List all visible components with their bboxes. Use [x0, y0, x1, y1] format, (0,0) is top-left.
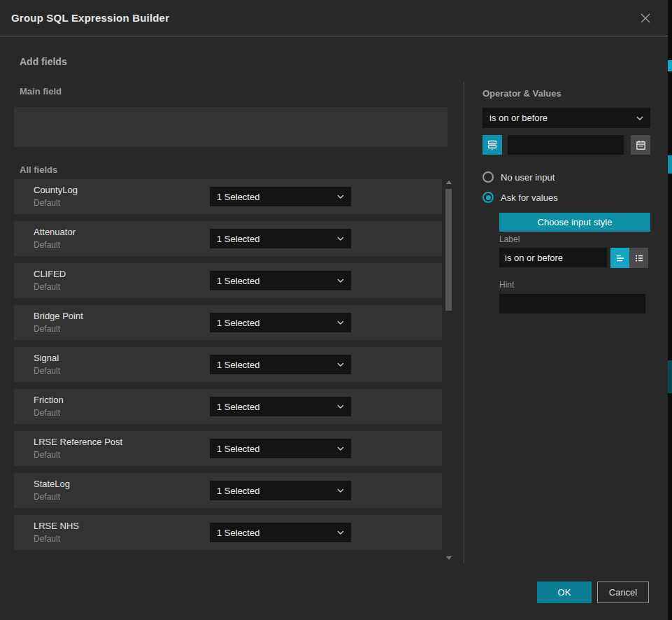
field-selected-dropdown[interactable]: 1 Selected	[210, 355, 351, 374]
chevron-down-icon	[636, 116, 643, 120]
field-row: CLIFED Default 1 Selected	[14, 263, 442, 298]
field-row: StateLog Default 1 Selected	[14, 473, 442, 508]
background-fragment	[668, 155, 672, 174]
group-sql-expression-builder-dialog: Group SQL Expression Builder Add fields …	[0, 0, 668, 620]
close-icon[interactable]	[638, 11, 652, 25]
field-selected-dropdown[interactable]: 1 Selected	[210, 481, 351, 500]
field-row: Bridge Point Default 1 Selected	[14, 305, 442, 340]
radio-label: No user input	[501, 172, 555, 183]
chevron-down-icon	[337, 446, 344, 451]
field-row: CountyLog Default 1 Selected	[14, 179, 442, 214]
field-selected-dropdown[interactable]: 1 Selected	[210, 397, 351, 416]
background-fragment	[668, 60, 672, 71]
field-row: Signal Default 1 Selected	[14, 347, 442, 382]
selected-count-label: 1 Selected	[217, 276, 333, 286]
chevron-down-icon	[337, 362, 344, 367]
all-fields-list: CountyLog Default 1 Selected Attenuator …	[14, 179, 442, 557]
panel-divider	[464, 82, 464, 563]
choose-input-style-button[interactable]: Choose input style	[499, 213, 650, 232]
selected-count-label: 1 Selected	[217, 360, 333, 370]
field-name: CLIFED	[34, 269, 66, 279]
add-fields-heading: Add fields	[20, 56, 67, 67]
value-input-row	[482, 135, 650, 155]
all-fields-heading: All fields	[20, 164, 57, 175]
field-row: LRSE NHS Default 1 Selected	[14, 515, 442, 550]
main-field-heading: Main field	[20, 86, 62, 97]
list-style-icon[interactable]	[629, 248, 648, 268]
label-label: Label	[499, 234, 520, 244]
chevron-down-icon	[337, 530, 344, 535]
dialog-title: Group SQL Expression Builder	[11, 12, 638, 24]
field-row: LRSE Reference Post Default 1 Selected	[14, 431, 442, 466]
chevron-down-icon	[337, 320, 344, 325]
selected-count-label: 1 Selected	[217, 444, 333, 454]
background-app-edge	[668, 0, 672, 620]
field-name: LRSE Reference Post	[34, 437, 122, 447]
main-field-panel: CountyLog | Default From Date	[14, 107, 448, 147]
scrollbar-thumb[interactable]	[445, 189, 452, 311]
chevron-down-icon	[337, 237, 344, 241]
operator-dropdown[interactable]: is on or before	[482, 108, 650, 128]
field-sublabel: Default	[34, 534, 60, 544]
text-input-style-icon[interactable]	[610, 248, 629, 268]
hint-label: Hint	[499, 280, 514, 290]
unique-values-icon[interactable]	[482, 135, 502, 155]
selected-count-label: 1 Selected	[217, 486, 333, 496]
dialog-titlebar: Group SQL Expression Builder	[0, 0, 668, 36]
selected-count-label: 1 Selected	[217, 402, 333, 412]
field-selected-dropdown[interactable]: 1 Selected	[210, 229, 351, 248]
chevron-down-icon	[337, 488, 344, 493]
field-name: Bridge Point	[34, 311, 83, 321]
fields-scrollbar[interactable]	[445, 179, 452, 561]
field-sublabel: Default	[34, 198, 60, 208]
selected-count-label: 1 Selected	[217, 318, 333, 328]
screen: Group SQL Expression Builder Add fields …	[0, 0, 672, 620]
field-sublabel: Default	[34, 282, 60, 292]
field-name: Signal	[34, 353, 59, 363]
field-name: LRSE NHS	[34, 521, 79, 531]
field-row: Attenuator Default 1 Selected	[14, 221, 442, 256]
ok-button[interactable]: OK	[537, 582, 592, 603]
hint-input[interactable]	[499, 294, 645, 313]
radio-ask-for-values[interactable]: Ask for values	[482, 192, 558, 203]
field-sublabel: Default	[34, 492, 60, 502]
field-name: StateLog	[34, 479, 70, 489]
operator-value: is on or before	[489, 113, 632, 123]
field-selected-dropdown[interactable]: 1 Selected	[210, 313, 351, 332]
field-selected-dropdown[interactable]: 1 Selected	[210, 187, 351, 206]
chevron-down-icon	[337, 404, 344, 409]
field-selected-dropdown[interactable]: 1 Selected	[210, 271, 351, 290]
date-value-input[interactable]	[508, 135, 624, 155]
field-name: Attenuator	[34, 227, 76, 237]
field-sublabel: Default	[34, 450, 60, 460]
chevron-down-icon	[337, 195, 344, 199]
selected-count-label: 1 Selected	[217, 234, 333, 244]
scrollbar-down-arrow-icon[interactable]	[446, 556, 452, 560]
field-sublabel: Default	[34, 366, 60, 376]
radio-circle-icon	[482, 171, 494, 183]
field-selected-dropdown[interactable]: 1 Selected	[210, 439, 351, 458]
chevron-down-icon	[337, 279, 344, 283]
selected-count-label: 1 Selected	[217, 528, 333, 538]
field-sublabel: Default	[34, 240, 60, 250]
background-fragment	[668, 360, 672, 393]
field-row: Friction Default 1 Selected	[14, 389, 442, 424]
selected-count-label: 1 Selected	[217, 192, 333, 202]
label-input[interactable]	[499, 248, 607, 267]
operator-values-heading: Operator & Values	[482, 88, 562, 99]
radio-label: Ask for values	[501, 192, 558, 203]
scrollbar-up-arrow-icon[interactable]	[446, 181, 452, 184]
field-name: CountyLog	[34, 185, 78, 195]
radio-no-user-input[interactable]: No user input	[482, 171, 555, 183]
field-sublabel: Default	[34, 324, 60, 334]
field-selected-dropdown[interactable]: 1 Selected	[210, 523, 351, 542]
cancel-button[interactable]: Cancel	[597, 582, 649, 603]
field-sublabel: Default	[34, 408, 60, 418]
radio-circle-selected-icon	[482, 192, 494, 203]
field-name: Friction	[34, 395, 64, 405]
calendar-picker-icon[interactable]	[631, 135, 650, 155]
